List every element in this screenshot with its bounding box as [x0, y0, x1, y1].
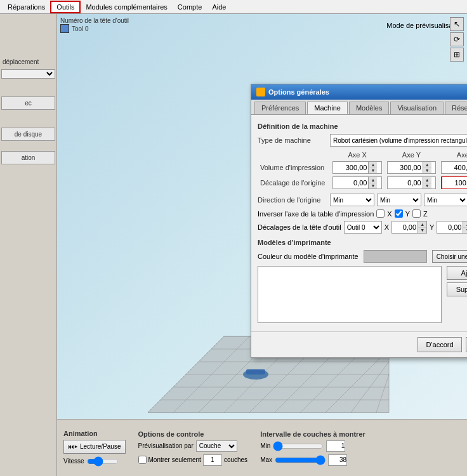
menu-account[interactable]: Compte — [173, 2, 207, 12]
direction-x-select[interactable]: MinMax — [330, 194, 374, 206]
choose-color-btn[interactable]: Choisir une couleur — [432, 250, 467, 263]
viewport: Numéro de la tête d'outil Tool 0 Mode de… — [57, 14, 467, 476]
show-only-label: Montrer seulement — [148, 456, 201, 463]
options-title: Options de controle — [138, 430, 248, 438]
speed-row: Vitesse — [63, 456, 126, 466]
invert-x-check[interactable] — [376, 209, 385, 218]
min-slider[interactable] — [273, 441, 324, 451]
delete-model-btn[interactable]: Supprimer — [447, 282, 467, 296]
decalage-y-spinbox: ▲ ▼ — [387, 176, 436, 189]
models-buttons: Ajouter Supprimer — [447, 266, 467, 323]
ation-button[interactable]: ation — [1, 151, 55, 164]
show-num-input[interactable] — [203, 454, 222, 466]
decalage-x-up[interactable]: ▲ — [368, 177, 377, 183]
displacement-select[interactable] — [1, 69, 55, 79]
color-row: Couleur du modèle d'imprimante Choisir u… — [258, 250, 467, 263]
menu-tools[interactable]: Outils — [50, 1, 81, 13]
direction-label: Direction de l'origine — [258, 196, 327, 204]
viewport-controls: ↖ ⟳ ⊞ — [450, 17, 464, 62]
max-input[interactable] — [328, 454, 347, 466]
tab-network[interactable]: Réseau — [445, 102, 467, 114]
decalage-y-down[interactable]: ▼ — [423, 183, 431, 189]
head-x-spinbox: ▲ ▼ — [391, 221, 427, 234]
tab-preferences[interactable]: Préférences — [254, 102, 306, 114]
decalage-x-spinbox: ▲ ▼ — [332, 176, 381, 189]
decalage-x-down[interactable]: ▼ — [368, 183, 377, 189]
max-slider[interactable] — [275, 455, 326, 465]
min-row: Min — [260, 440, 365, 452]
volume-x-down[interactable]: ▼ — [368, 168, 377, 174]
decalage-label: Décalage de l'origine — [258, 175, 330, 190]
menu-help[interactable]: Aide — [207, 2, 231, 12]
preview-mode-select[interactable]: Couche — [196, 440, 237, 452]
direction-y-select[interactable]: MinMax — [377, 194, 421, 206]
direction-z-select[interactable]: MinMax — [424, 194, 467, 206]
dialog-tabs: Préférences Machine Modèles Visualisatio… — [251, 100, 467, 115]
machine-type-select[interactable]: Robot cartésien (volume d'impression rec… — [330, 134, 467, 147]
interval-title: Intervalle de couches à montrer — [260, 430, 365, 438]
tool-select[interactable]: Outil 0 — [344, 221, 382, 234]
decalage-z-spinbox: ▲ ▼ — [441, 176, 467, 189]
volume-y-spinbox: ▲ ▼ — [387, 161, 436, 174]
color-label: Couleur du modèle d'imprimante — [258, 253, 358, 260]
axis-table: Axe X Axe Y Axe Z Volume d'impression — [258, 150, 467, 190]
displacement-label: déplacement — [1, 57, 55, 67]
menu-modules[interactable]: Modules complémentaires — [81, 2, 172, 12]
direction-row: Direction de l'origine MinMax MinMax Min… — [258, 194, 467, 206]
interval-section: Intervalle de couches à montrer Min Max — [260, 430, 365, 466]
invert-row: Inverser l'axe de la table d'impression … — [258, 209, 467, 218]
options-dialog: Options générales ? ✕ Préférences Machin… — [251, 84, 467, 358]
volume-x-up[interactable]: ▲ — [368, 162, 377, 168]
head-x-up[interactable]: ▲ — [418, 221, 426, 228]
rotate-btn[interactable]: ⟳ — [450, 32, 464, 46]
cursor-btn[interactable]: ↖ — [450, 17, 464, 31]
head-y-up[interactable]: ▲ — [463, 221, 467, 228]
invert-label: Inverser l'axe de la table d'impression — [258, 210, 374, 218]
menubar: Réparations Outils Modules complémentair… — [0, 0, 467, 14]
volume-y-input[interactable] — [388, 162, 423, 173]
head-x-down[interactable]: ▼ — [418, 228, 426, 234]
machine-type-row: Type de machine Robot cartésien (volume … — [258, 134, 467, 147]
ec-button[interactable]: ec — [1, 96, 55, 110]
models-list — [258, 266, 442, 323]
main-area: déplacement ec de disque ation Numéro de… — [0, 14, 467, 476]
tab-models[interactable]: Modèles — [349, 102, 390, 114]
tab-machine[interactable]: Machine — [307, 102, 348, 114]
head-y-down[interactable]: ▼ — [463, 228, 467, 234]
decalage-y-input[interactable] — [388, 177, 423, 188]
head-y-input[interactable] — [437, 221, 463, 233]
head-x-input[interactable] — [392, 221, 418, 233]
decalage-x-input[interactable] — [333, 177, 368, 188]
invert-y-check[interactable] — [395, 209, 403, 218]
show-row: Montrer seulement couches — [138, 454, 248, 466]
volume-label: Volume d'impression — [258, 160, 330, 175]
svg-rect-20 — [246, 369, 265, 374]
invert-z-check[interactable] — [412, 209, 421, 218]
zoom-btn[interactable]: ⊞ — [450, 48, 464, 62]
decalages-head-label: Décalages de la tête d'outil — [258, 223, 341, 231]
layers-label: couches — [224, 456, 247, 463]
ok-btn[interactable]: D'accord — [418, 337, 462, 352]
speed-slider[interactable] — [87, 456, 119, 466]
invert-y-label: Y — [405, 210, 410, 218]
animation-title: Animation — [63, 430, 126, 437]
play-pause-btn[interactable]: ⏮▶ Lecture/Pause — [63, 440, 126, 454]
volume-y-down[interactable]: ▼ — [423, 168, 431, 174]
preview-row: Prévisualisation par Couche — [138, 440, 248, 452]
volume-x-input[interactable] — [333, 162, 368, 173]
add-model-btn[interactable]: Ajouter — [447, 266, 467, 280]
show-only-checkbox[interactable] — [138, 456, 147, 464]
menu-repairs[interactable]: Réparations — [3, 2, 50, 12]
section-machine-title: Définition de la machine — [258, 122, 467, 130]
dialog-titlebar: Options générales ? ✕ — [251, 84, 467, 100]
models-title: Modèles d'imprimante — [258, 239, 467, 246]
play-icon: ⏮▶ — [68, 443, 77, 450]
disque-button[interactable]: de disque — [1, 128, 55, 141]
decalage-z-input[interactable] — [442, 177, 467, 188]
min-input[interactable] — [326, 440, 345, 452]
volume-y-up[interactable]: ▲ — [423, 162, 431, 168]
tab-visualization[interactable]: Visualisation — [390, 102, 444, 114]
dialog-footer: D'accord Annuler — [251, 331, 467, 357]
decalage-y-up[interactable]: ▲ — [423, 177, 431, 183]
volume-z-input[interactable] — [442, 162, 467, 173]
